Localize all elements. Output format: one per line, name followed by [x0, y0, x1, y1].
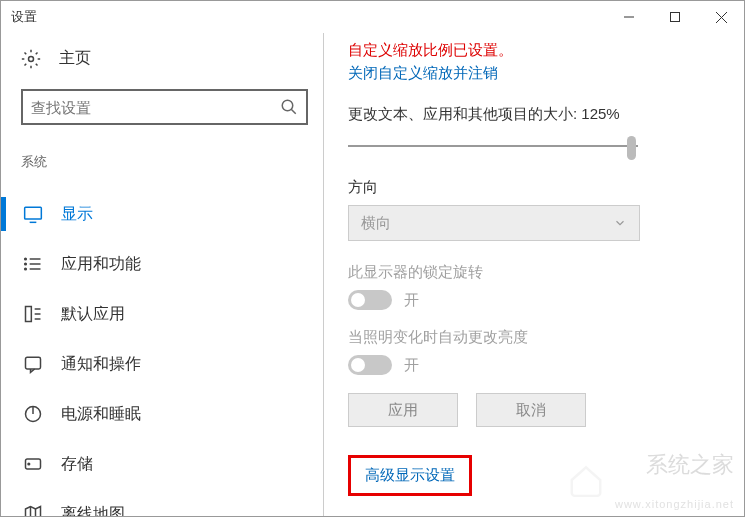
sidebar-item-label: 显示	[61, 204, 93, 225]
svg-point-23	[28, 463, 30, 465]
sidebar-item-storage[interactable]: 存储	[21, 439, 323, 489]
sidebar-item-label: 存储	[61, 454, 93, 475]
turn-off-scale-link[interactable]: 关闭自定义缩放并注销	[348, 64, 720, 83]
list-icon	[23, 254, 43, 274]
cancel-button[interactable]: 取消	[476, 393, 586, 427]
maximize-button[interactable]	[652, 1, 698, 33]
sidebar-item-label: 离线地图	[61, 504, 125, 518]
power-icon	[23, 404, 43, 424]
slider-thumb[interactable]	[627, 136, 636, 160]
advanced-display-link[interactable]: 高级显示设置	[348, 455, 472, 496]
scale-label: 更改文本、应用和其他项目的大小: 125%	[348, 105, 720, 124]
svg-line-6	[291, 109, 296, 114]
sidebar-item-default-apps[interactable]: 默认应用	[21, 289, 323, 339]
auto-brightness-toggle[interactable]	[348, 355, 392, 375]
gear-icon	[21, 49, 41, 69]
toggle-state: 开	[404, 356, 419, 375]
title-bar: 设置	[1, 1, 744, 33]
right-panel: 自定义缩放比例已设置。 关闭自定义缩放并注销 更改文本、应用和其他项目的大小: …	[324, 33, 744, 516]
search-icon	[280, 98, 298, 116]
sidebar-item-label: 通知和操作	[61, 354, 141, 375]
minimize-button[interactable]	[606, 1, 652, 33]
svg-point-13	[25, 263, 27, 265]
search-box[interactable]	[21, 89, 308, 125]
home-label: 主页	[59, 48, 91, 69]
sidebar-item-notifications[interactable]: 通知和操作	[21, 339, 323, 389]
monitor-icon	[23, 204, 43, 224]
slider-track	[348, 145, 638, 147]
svg-rect-19	[26, 357, 41, 369]
house-icon	[565, 461, 607, 499]
left-panel: 主页 系统 显示 应用和功能 默认应用 通知和操作 电源和睡眠 存	[1, 33, 323, 516]
auto-brightness-label: 当照明变化时自动更改亮度	[348, 328, 720, 347]
sidebar-item-maps[interactable]: 离线地图	[21, 489, 323, 517]
svg-rect-7	[25, 207, 42, 219]
sidebar-item-label: 默认应用	[61, 304, 125, 325]
orientation-value: 横向	[361, 214, 391, 233]
svg-point-14	[25, 268, 27, 270]
watermark-cn: 系统之家	[646, 450, 734, 480]
rotation-lock-label: 此显示器的锁定旋转	[348, 263, 720, 282]
svg-rect-1	[671, 13, 680, 22]
svg-rect-15	[26, 307, 32, 322]
sidebar-item-display[interactable]: 显示	[21, 189, 323, 239]
home-row[interactable]: 主页	[21, 48, 323, 69]
default-apps-icon	[23, 304, 43, 324]
storage-icon	[23, 454, 43, 474]
scale-slider[interactable]	[348, 134, 638, 160]
sidebar-item-power[interactable]: 电源和睡眠	[21, 389, 323, 439]
close-button[interactable]	[698, 1, 744, 33]
sidebar-item-apps[interactable]: 应用和功能	[21, 239, 323, 289]
watermark-en: www.xitongzhijia.net	[615, 498, 734, 510]
svg-point-4	[29, 56, 34, 61]
orientation-label: 方向	[348, 178, 720, 197]
window-title: 设置	[11, 8, 606, 26]
svg-point-5	[282, 100, 293, 111]
toggle-state: 开	[404, 291, 419, 310]
notification-icon	[23, 354, 43, 374]
rotation-lock-toggle[interactable]	[348, 290, 392, 310]
sidebar-item-label: 电源和睡眠	[61, 404, 141, 425]
sidebar-item-label: 应用和功能	[61, 254, 141, 275]
orientation-dropdown[interactable]: 横向	[348, 205, 640, 241]
search-input[interactable]	[31, 99, 280, 116]
map-icon	[23, 504, 43, 517]
chevron-down-icon	[613, 216, 627, 230]
custom-scale-warning: 自定义缩放比例已设置。	[348, 41, 720, 60]
apply-button[interactable]: 应用	[348, 393, 458, 427]
svg-marker-24	[26, 507, 41, 518]
watermark: 系统之家 www.xitongzhijia.net	[565, 450, 734, 510]
section-system: 系统	[21, 153, 323, 171]
svg-point-12	[25, 258, 27, 260]
